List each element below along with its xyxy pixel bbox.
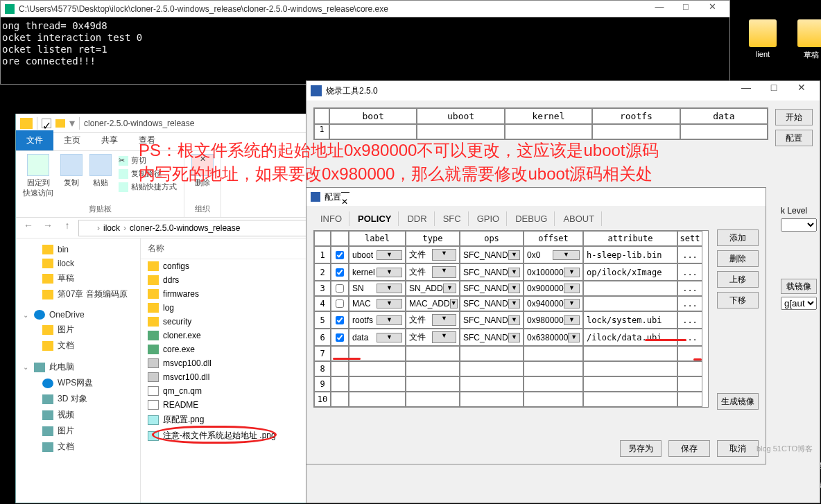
tab-ddr[interactable]: DDR [400, 211, 434, 226]
explorer-title: cloner-2.5.0-windows_release [84, 119, 194, 128]
close-button[interactable]: ✕ [699, 1, 725, 17]
tab-gpio[interactable]: GPIO [470, 211, 508, 226]
config-titlebar[interactable]: 配置 — ✕ [306, 188, 766, 206]
paste-button[interactable]: 粘贴 [89, 154, 112, 198]
col-data[interactable]: data [680, 108, 768, 124]
tree-3d[interactable]: 3D 对象 [19, 391, 137, 407]
tree-draft[interactable]: 草稿 [19, 270, 137, 286]
org-group-label: 组织 [191, 204, 214, 214]
policy-row[interactable]: 1uboot▼文件▼SFC_NAND▼0x0▼h-sleep-lib.bin..… [314, 246, 708, 263]
col-boot[interactable]: boot [329, 108, 417, 124]
burn-titlebar[interactable]: 烧录工具2.5.0 — □ ✕ [306, 81, 820, 101]
level-select[interactable] [781, 218, 817, 232]
close-button[interactable]: ✕ [341, 197, 349, 207]
minimize-button[interactable]: — [341, 187, 349, 197]
config-button[interactable]: 配置 [775, 130, 813, 146]
maximize-button[interactable]: □ [673, 1, 699, 17]
start-button[interactable]: 开始 [775, 109, 813, 125]
tree-ilock[interactable]: ilock [19, 257, 137, 270]
minimize-button[interactable]: — [732, 82, 760, 100]
qat-checkbox-icon[interactable]: ✓ [42, 119, 51, 128]
policy-row[interactable]: 2kernel▼文件▼SFC_NAND▼0x100000▼op/ilock/xI… [314, 263, 708, 281]
row-checkbox[interactable] [336, 333, 344, 342]
level-label: k Level [781, 206, 817, 216]
burn-partition-table: boot uboot kernel rootfs data 1 [313, 107, 768, 140]
pin-button[interactable]: 固定到 快速访问 [23, 154, 53, 198]
maximize-button[interactable]: □ [760, 82, 788, 100]
tree-ch07[interactable]: 第07章 音频编码原 [19, 286, 137, 302]
tree-pic2[interactable]: 图片 [19, 423, 137, 439]
burn-logo-icon [311, 85, 322, 96]
console-titlebar[interactable]: C:\Users\45775\Desktop\ilock\cloner-2.5.… [1, 1, 729, 17]
tree-video[interactable]: 视频 [19, 407, 137, 423]
mark-offset-rootfs [645, 339, 686, 341]
qat-icon[interactable] [55, 119, 65, 128]
col-rootfs[interactable]: rootfs [592, 108, 680, 124]
config-dialog: 配置 — ✕ INFO POLICY DDR SFC GPIO DEBUG AB… [306, 187, 766, 464]
policy-row[interactable]: 4MAC▼MAC_ADD▼SFC_NAND▼0x940000▼... [314, 296, 708, 311]
tree-doc2[interactable]: 文档 [19, 439, 137, 455]
col-kernel[interactable]: kernel [505, 108, 592, 124]
load-image-button[interactable]: 载镜像 [781, 279, 817, 294]
delete-button[interactable]: 删除 [717, 250, 759, 267]
delete-button[interactable]: ✕删除 [191, 154, 214, 188]
cut-button[interactable]: ✂剪切 [119, 154, 177, 167]
row-checkbox[interactable] [336, 284, 344, 293]
console-icon [5, 4, 15, 14]
tree-bin[interactable]: bin [19, 243, 137, 257]
cancel-button[interactable]: 取消 [717, 440, 759, 457]
policy-row-empty: 10 [314, 392, 708, 407]
console-window: C:\Users\45775\Desktop\ilock\cloner-2.5.… [0, 0, 730, 85]
row-checkbox[interactable] [336, 251, 344, 259]
console-output: ong thread= 0x49d8 ocket interaction tes… [1, 17, 729, 84]
tree-thispc[interactable]: ⌄此电脑 [19, 359, 137, 375]
tab-file[interactable]: 文件 [16, 130, 53, 150]
row-checkbox[interactable] [336, 299, 344, 308]
policy-row-empty: 9 [314, 376, 708, 392]
log-select[interactable]: g[aut [781, 297, 817, 310]
copypath-button[interactable]: 复制路径 [119, 167, 177, 180]
mark-attr-data [693, 358, 702, 360]
tab-info[interactable]: INFO [313, 211, 349, 226]
tab-home[interactable]: 主页 [53, 130, 91, 150]
policy-row-empty: 8 [314, 361, 708, 376]
desktop-icon-draft[interactable]: 草稿 [790, 19, 821, 60]
tab-policy[interactable]: POLICY [351, 211, 399, 226]
tree-doc[interactable]: 文档 [19, 338, 137, 354]
tab-view[interactable]: 查看 [128, 130, 166, 150]
tree-pic[interactable]: 图片 [19, 322, 137, 338]
save-button[interactable]: 保存 [668, 440, 710, 457]
explorer-tree: bin ilock 草稿 第07章 音频编码原 ⌄OneDrive 图片 文档 … [16, 238, 141, 503]
back-button[interactable]: ← [20, 220, 37, 236]
tab-debug[interactable]: DEBUG [508, 211, 555, 226]
tab-sfc[interactable]: SFC [436, 211, 469, 226]
col-uboot[interactable]: uboot [417, 108, 504, 124]
moveup-button[interactable]: 上移 [717, 271, 759, 288]
saveas-button[interactable]: 另存为 [620, 440, 662, 457]
policy-table: label type ops offset attribute sett 1ub… [313, 230, 709, 408]
genimage-button[interactable]: 生成镜像 [717, 393, 759, 410]
row-checkbox[interactable] [336, 268, 344, 277]
config-title: 配置 [325, 191, 341, 203]
tree-wps[interactable]: WPS网盘 [19, 375, 137, 391]
copy-button[interactable]: 复制 [60, 154, 83, 198]
config-logo-icon [311, 192, 320, 202]
policy-row[interactable]: 5rootfs▼文件▼SFC_NAND▼0x980000▼lock/system… [314, 311, 708, 329]
watermark: blog 51CTO博客 [757, 444, 813, 454]
policy-row[interactable]: 3SN▼SN_ADD▼SFC_NAND▼0x900000▼... [314, 281, 708, 296]
add-button[interactable]: 添加 [717, 229, 759, 246]
tab-about[interactable]: ABOUT [556, 211, 602, 226]
policy-row[interactable]: 6data▼文件▼SFC_NAND▼0x6380000▼/ilock/data.… [314, 329, 708, 346]
pasteshort-button[interactable]: 粘贴快捷方式 [119, 180, 177, 193]
burn-title: 烧录工具2.5.0 [326, 85, 378, 97]
desktop-icon-client[interactable]: lient [742, 19, 784, 58]
close-button[interactable]: ✕ [788, 82, 815, 100]
folder-icon [20, 118, 33, 129]
minimize-button[interactable]: — [646, 1, 673, 17]
movedown-button[interactable]: 下移 [717, 292, 759, 309]
tab-share[interactable]: 共享 [91, 130, 128, 150]
row-checkbox[interactable] [336, 316, 344, 324]
up-button[interactable]: ↑ [59, 220, 76, 236]
tree-onedrive[interactable]: ⌄OneDrive [19, 308, 137, 322]
forward-button[interactable]: → [40, 220, 56, 236]
